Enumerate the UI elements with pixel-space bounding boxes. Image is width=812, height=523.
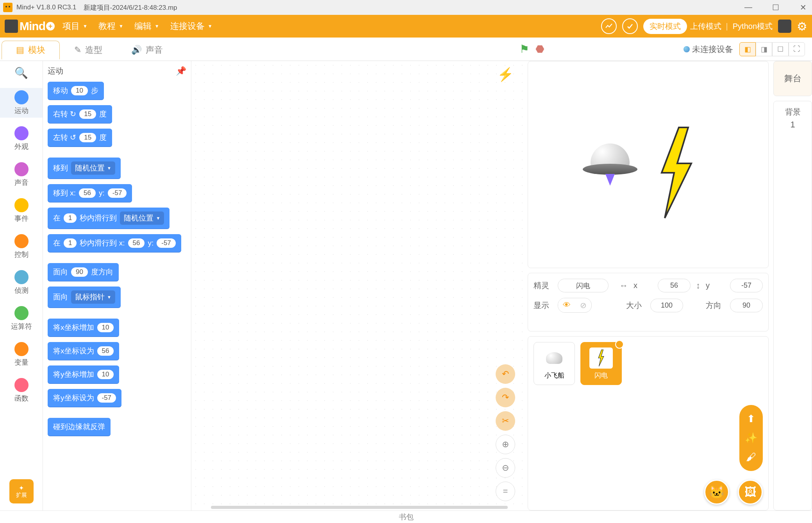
block-set-x[interactable]: 将x坐标设为56 <box>48 342 119 360</box>
cat-events[interactable]: 事件 <box>0 196 43 226</box>
tab-costumes[interactable]: ✎造型 <box>60 41 117 59</box>
block-turn-left[interactable]: 左转 ↺15度 <box>48 129 112 147</box>
arrows-h-icon: ↔ <box>619 281 628 291</box>
delete-sprite-icon[interactable] <box>615 340 624 349</box>
zoom-out-button[interactable]: ⊖ <box>496 458 515 478</box>
paint-sprite-icon[interactable]: 🖌 <box>742 448 760 466</box>
check-icon[interactable] <box>622 18 638 34</box>
block-goto-random[interactable]: 移到随机位置▼ <box>48 158 121 179</box>
chart-icon[interactable] <box>601 18 617 34</box>
script-canvas[interactable]: ⚡ ↶ ↷ ✂ ⊕ ⊖ = <box>191 61 523 510</box>
cat-functions[interactable]: 函数 <box>0 376 43 405</box>
stop-icon[interactable]: ⬣ <box>535 43 544 55</box>
view-small-stage[interactable]: ◧ <box>739 42 756 56</box>
sprite-card-bolt[interactable]: 闪电 <box>580 342 622 385</box>
backpack-bar[interactable]: 书包 <box>0 510 812 523</box>
view-large-stage[interactable]: ◨ <box>756 42 772 56</box>
sprite-list: 小飞船 闪电 ⬆ ✨ 🖌 🐱 🖼 <box>528 336 769 510</box>
tab-sounds[interactable]: 🔊声音 <box>117 41 177 59</box>
sprite-info-panel: 精灵 ↔ x ↕ y 显示 👁 ⊘ 大小 <box>528 273 769 331</box>
visibility-toggle[interactable]: 👁 ⊘ <box>558 298 592 313</box>
green-flag-icon[interactable]: ⚑ <box>519 43 529 56</box>
cat-control[interactable]: 控制 <box>0 232 43 262</box>
sprite-name-input[interactable] <box>558 279 609 292</box>
bolt-thumb-icon <box>589 347 613 369</box>
looks-dot-icon <box>14 126 29 140</box>
block-glide-to[interactable]: 在1秒内滑行到随机位置▼ <box>48 208 170 229</box>
cat-sound[interactable]: 声音 <box>0 160 43 190</box>
extensions-button[interactable]: ✦ 扩展 <box>9 479 34 503</box>
sprite-bolt-on-stage[interactable] <box>657 124 696 223</box>
mode-realtime[interactable]: 实时模式 <box>643 19 687 34</box>
stage-header[interactable]: 舞台 <box>773 61 812 96</box>
block-glide-xy[interactable]: 在1秒内滑行到 x:56y:-57 <box>48 234 181 252</box>
size-input[interactable] <box>650 299 683 312</box>
cat-operators[interactable]: 运算符 <box>0 304 43 333</box>
block-change-x[interactable]: 将x坐标增加10 <box>48 319 119 337</box>
file-name: 新建项目-2024/6/21-8:48:23.mp <box>84 3 177 12</box>
menu-connect[interactable]: 连接设备▼ <box>170 20 212 32</box>
redo-button[interactable]: ↷ <box>496 388 515 407</box>
view-hide-stage[interactable]: ☐ <box>772 42 789 56</box>
robot-icon[interactable] <box>778 20 791 33</box>
operators-dot-icon <box>14 306 29 320</box>
mode-upload[interactable]: 上传模式 <box>690 21 721 32</box>
zoom-reset-button[interactable]: = <box>496 482 515 501</box>
sprite-ship-on-stage[interactable] <box>583 143 637 183</box>
cat-looks[interactable]: 外观 <box>0 124 43 154</box>
block-point-towards[interactable]: 面向鼠标指针▼ <box>48 287 121 308</box>
app-icon <box>3 3 12 12</box>
block-point-direction[interactable]: 面向90度方向 <box>48 263 119 281</box>
logo[interactable]: Mind + <box>5 20 55 33</box>
add-backdrop-button[interactable]: 🖼 <box>738 480 763 505</box>
pin-icon[interactable]: 📌 <box>176 66 186 76</box>
maximize-button[interactable]: ☐ <box>770 3 782 12</box>
block-set-y[interactable]: 将y坐标设为-57 <box>48 389 121 407</box>
horizontal-scrollbar[interactable] <box>211 506 508 509</box>
sprite-card-ship[interactable]: 小飞船 <box>534 342 575 385</box>
minimize-button[interactable]: — <box>742 3 754 12</box>
stage[interactable] <box>528 61 769 268</box>
sound-dot-icon <box>14 162 29 176</box>
menu-tutorial[interactable]: 教程▼ <box>98 20 123 32</box>
block-move-steps[interactable]: 移动10步 <box>48 82 104 100</box>
block-goto-xy[interactable]: 移到 x:56y:-57 <box>48 184 132 202</box>
cat-sensing[interactable]: 侦测 <box>0 268 43 297</box>
connection-status[interactable]: 未连接设备 <box>684 44 733 55</box>
menu-edit[interactable]: 编辑▼ <box>134 20 159 32</box>
logo-text: Mind <box>20 20 45 33</box>
blocks-palette: 运动 📌 移动10步 右转 ↻15度 左转 ↺15度 移到随机位置▼ 移到 x:… <box>43 61 191 510</box>
caret-down-icon: ▼ <box>155 23 159 29</box>
upload-sprite-icon[interactable]: ⬆ <box>742 410 760 428</box>
backdrops-count: 1 <box>790 120 795 130</box>
gear-icon[interactable]: ⚙ <box>797 20 807 33</box>
menu-project[interactable]: 项目▼ <box>62 20 87 32</box>
tab-blocks[interactable]: ▤模块 <box>2 41 60 59</box>
zoom-in-button[interactable]: ⊕ <box>496 435 515 454</box>
direction-input[interactable] <box>730 299 763 312</box>
block-turn-right[interactable]: 右转 ↻15度 <box>48 105 112 123</box>
add-sprite-button[interactable]: 🐱 <box>704 480 729 505</box>
cleanup-button[interactable]: ✂ <box>496 411 515 431</box>
view-fullscreen[interactable]: ⛶ <box>789 42 805 56</box>
sprite-name-label: 精灵 <box>534 280 552 291</box>
surprise-sprite-icon[interactable]: ✨ <box>742 429 760 447</box>
tabs-row: ▤模块 ✎造型 🔊声音 ⚑ ⬣ 未连接设备 ◧ ◨ ☐ ⛶ <box>0 38 812 61</box>
block-bounce-edge[interactable]: 碰到边缘就反弹 <box>48 418 111 436</box>
block-change-y[interactable]: 将y坐标增加10 <box>48 365 119 383</box>
close-button[interactable]: ✕ <box>797 3 809 12</box>
svg-marker-0 <box>662 127 691 218</box>
x-input[interactable] <box>658 279 691 292</box>
sprite-actions: ⬆ ✨ 🖌 <box>739 405 763 471</box>
events-dot-icon <box>14 198 29 212</box>
y-input[interactable] <box>730 279 763 292</box>
backdrops-panel[interactable]: 背景 1 <box>773 101 812 510</box>
cat-motion[interactable]: 运动 <box>0 88 43 118</box>
blocks-icon: ▤ <box>16 45 24 55</box>
logo-robot-icon <box>5 20 18 33</box>
search-icon[interactable]: 🔍 <box>14 66 28 79</box>
cat-variables[interactable]: 变量 <box>0 340 43 369</box>
mode-python[interactable]: Python模式 <box>733 21 773 32</box>
undo-button[interactable]: ↶ <box>496 364 515 384</box>
caret-down-icon: ▼ <box>208 23 212 29</box>
